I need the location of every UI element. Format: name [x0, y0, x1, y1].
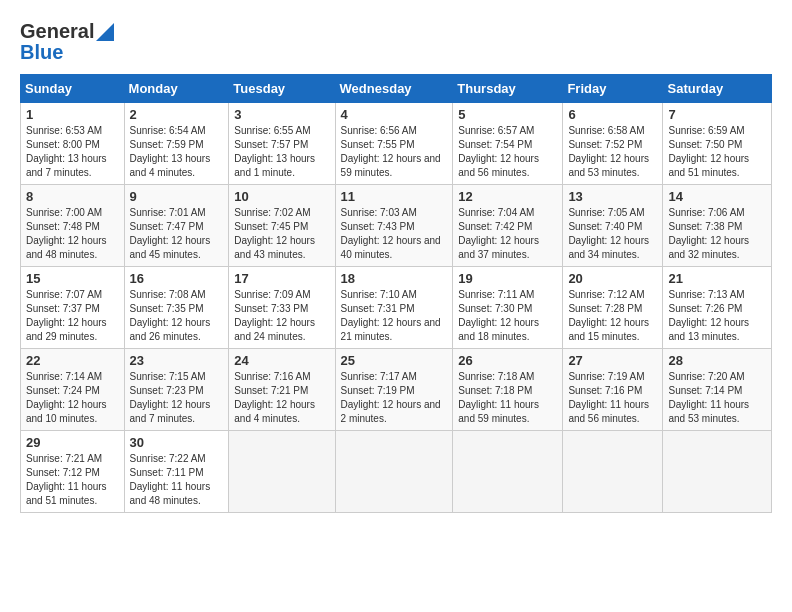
cell-info: Sunrise: 7:10 AMSunset: 7:31 PMDaylight:… — [341, 288, 448, 344]
day-number: 25 — [341, 353, 448, 368]
day-number: 16 — [130, 271, 224, 286]
calendar-cell: 3 Sunrise: 6:55 AMSunset: 7:57 PMDayligh… — [229, 103, 335, 185]
cell-info: Sunrise: 7:16 AMSunset: 7:21 PMDaylight:… — [234, 370, 329, 426]
calendar-cell: 17 Sunrise: 7:09 AMSunset: 7:33 PMDaylig… — [229, 267, 335, 349]
calendar-table: SundayMondayTuesdayWednesdayThursdayFrid… — [20, 74, 772, 513]
calendar-cell — [663, 431, 772, 513]
day-number: 27 — [568, 353, 657, 368]
calendar-header-row: SundayMondayTuesdayWednesdayThursdayFrid… — [21, 75, 772, 103]
day-number: 21 — [668, 271, 766, 286]
calendar-cell: 21 Sunrise: 7:13 AMSunset: 7:26 PMDaylig… — [663, 267, 772, 349]
calendar-cell: 2 Sunrise: 6:54 AMSunset: 7:59 PMDayligh… — [124, 103, 229, 185]
day-header-friday: Friday — [563, 75, 663, 103]
calendar-cell: 9 Sunrise: 7:01 AMSunset: 7:47 PMDayligh… — [124, 185, 229, 267]
calendar-week-4: 22 Sunrise: 7:14 AMSunset: 7:24 PMDaylig… — [21, 349, 772, 431]
logo-general-text: General — [20, 20, 94, 43]
logo-blue-text: Blue — [20, 41, 63, 64]
svg-marker-0 — [96, 23, 114, 41]
calendar-cell: 7 Sunrise: 6:59 AMSunset: 7:50 PMDayligh… — [663, 103, 772, 185]
calendar-cell: 29 Sunrise: 7:21 AMSunset: 7:12 PMDaylig… — [21, 431, 125, 513]
cell-info: Sunrise: 7:17 AMSunset: 7:19 PMDaylight:… — [341, 370, 448, 426]
cell-info: Sunrise: 6:57 AMSunset: 7:54 PMDaylight:… — [458, 124, 557, 180]
calendar-cell: 11 Sunrise: 7:03 AMSunset: 7:43 PMDaylig… — [335, 185, 453, 267]
day-number: 22 — [26, 353, 119, 368]
calendar-cell: 25 Sunrise: 7:17 AMSunset: 7:19 PMDaylig… — [335, 349, 453, 431]
day-number: 30 — [130, 435, 224, 450]
day-number: 18 — [341, 271, 448, 286]
day-number: 15 — [26, 271, 119, 286]
cell-info: Sunrise: 7:07 AMSunset: 7:37 PMDaylight:… — [26, 288, 119, 344]
day-number: 24 — [234, 353, 329, 368]
day-number: 23 — [130, 353, 224, 368]
calendar-cell: 8 Sunrise: 7:00 AMSunset: 7:48 PMDayligh… — [21, 185, 125, 267]
day-header-wednesday: Wednesday — [335, 75, 453, 103]
calendar-cell — [563, 431, 663, 513]
day-header-sunday: Sunday — [21, 75, 125, 103]
calendar-cell: 24 Sunrise: 7:16 AMSunset: 7:21 PMDaylig… — [229, 349, 335, 431]
calendar-cell: 30 Sunrise: 7:22 AMSunset: 7:11 PMDaylig… — [124, 431, 229, 513]
calendar-cell: 28 Sunrise: 7:20 AMSunset: 7:14 PMDaylig… — [663, 349, 772, 431]
day-number: 2 — [130, 107, 224, 122]
calendar-cell — [229, 431, 335, 513]
cell-info: Sunrise: 6:59 AMSunset: 7:50 PMDaylight:… — [668, 124, 766, 180]
cell-info: Sunrise: 6:56 AMSunset: 7:55 PMDaylight:… — [341, 124, 448, 180]
calendar-cell: 15 Sunrise: 7:07 AMSunset: 7:37 PMDaylig… — [21, 267, 125, 349]
calendar-week-3: 15 Sunrise: 7:07 AMSunset: 7:37 PMDaylig… — [21, 267, 772, 349]
day-header-tuesday: Tuesday — [229, 75, 335, 103]
calendar-cell: 27 Sunrise: 7:19 AMSunset: 7:16 PMDaylig… — [563, 349, 663, 431]
calendar-cell: 18 Sunrise: 7:10 AMSunset: 7:31 PMDaylig… — [335, 267, 453, 349]
calendar-cell: 13 Sunrise: 7:05 AMSunset: 7:40 PMDaylig… — [563, 185, 663, 267]
day-number: 12 — [458, 189, 557, 204]
cell-info: Sunrise: 7:19 AMSunset: 7:16 PMDaylight:… — [568, 370, 657, 426]
logo-triangle-icon — [96, 23, 114, 41]
calendar-cell — [335, 431, 453, 513]
day-number: 5 — [458, 107, 557, 122]
page-header: General Blue — [20, 20, 772, 64]
calendar-cell: 5 Sunrise: 6:57 AMSunset: 7:54 PMDayligh… — [453, 103, 563, 185]
cell-info: Sunrise: 7:06 AMSunset: 7:38 PMDaylight:… — [668, 206, 766, 262]
day-number: 8 — [26, 189, 119, 204]
calendar-cell: 23 Sunrise: 7:15 AMSunset: 7:23 PMDaylig… — [124, 349, 229, 431]
cell-info: Sunrise: 7:01 AMSunset: 7:47 PMDaylight:… — [130, 206, 224, 262]
day-number: 13 — [568, 189, 657, 204]
calendar-cell: 12 Sunrise: 7:04 AMSunset: 7:42 PMDaylig… — [453, 185, 563, 267]
cell-info: Sunrise: 6:54 AMSunset: 7:59 PMDaylight:… — [130, 124, 224, 180]
cell-info: Sunrise: 7:00 AMSunset: 7:48 PMDaylight:… — [26, 206, 119, 262]
calendar-cell: 10 Sunrise: 7:02 AMSunset: 7:45 PMDaylig… — [229, 185, 335, 267]
day-number: 19 — [458, 271, 557, 286]
day-header-monday: Monday — [124, 75, 229, 103]
cell-info: Sunrise: 7:09 AMSunset: 7:33 PMDaylight:… — [234, 288, 329, 344]
cell-info: Sunrise: 7:02 AMSunset: 7:45 PMDaylight:… — [234, 206, 329, 262]
calendar-week-1: 1 Sunrise: 6:53 AMSunset: 8:00 PMDayligh… — [21, 103, 772, 185]
cell-info: Sunrise: 7:04 AMSunset: 7:42 PMDaylight:… — [458, 206, 557, 262]
day-number: 17 — [234, 271, 329, 286]
calendar-week-2: 8 Sunrise: 7:00 AMSunset: 7:48 PMDayligh… — [21, 185, 772, 267]
calendar-cell: 26 Sunrise: 7:18 AMSunset: 7:18 PMDaylig… — [453, 349, 563, 431]
day-number: 14 — [668, 189, 766, 204]
day-number: 3 — [234, 107, 329, 122]
calendar-cell: 14 Sunrise: 7:06 AMSunset: 7:38 PMDaylig… — [663, 185, 772, 267]
cell-info: Sunrise: 7:11 AMSunset: 7:30 PMDaylight:… — [458, 288, 557, 344]
cell-info: Sunrise: 7:13 AMSunset: 7:26 PMDaylight:… — [668, 288, 766, 344]
cell-info: Sunrise: 7:20 AMSunset: 7:14 PMDaylight:… — [668, 370, 766, 426]
calendar-week-5: 29 Sunrise: 7:21 AMSunset: 7:12 PMDaylig… — [21, 431, 772, 513]
calendar-cell: 1 Sunrise: 6:53 AMSunset: 8:00 PMDayligh… — [21, 103, 125, 185]
cell-info: Sunrise: 7:15 AMSunset: 7:23 PMDaylight:… — [130, 370, 224, 426]
cell-info: Sunrise: 7:21 AMSunset: 7:12 PMDaylight:… — [26, 452, 119, 508]
day-number: 4 — [341, 107, 448, 122]
cell-info: Sunrise: 7:12 AMSunset: 7:28 PMDaylight:… — [568, 288, 657, 344]
day-number: 10 — [234, 189, 329, 204]
calendar-cell — [453, 431, 563, 513]
cell-info: Sunrise: 6:58 AMSunset: 7:52 PMDaylight:… — [568, 124, 657, 180]
day-header-thursday: Thursday — [453, 75, 563, 103]
calendar-cell: 19 Sunrise: 7:11 AMSunset: 7:30 PMDaylig… — [453, 267, 563, 349]
day-number: 11 — [341, 189, 448, 204]
day-number: 6 — [568, 107, 657, 122]
cell-info: Sunrise: 7:18 AMSunset: 7:18 PMDaylight:… — [458, 370, 557, 426]
calendar-cell: 20 Sunrise: 7:12 AMSunset: 7:28 PMDaylig… — [563, 267, 663, 349]
day-number: 7 — [668, 107, 766, 122]
calendar-cell: 16 Sunrise: 7:08 AMSunset: 7:35 PMDaylig… — [124, 267, 229, 349]
day-number: 29 — [26, 435, 119, 450]
logo: General Blue — [20, 20, 114, 64]
cell-info: Sunrise: 7:08 AMSunset: 7:35 PMDaylight:… — [130, 288, 224, 344]
